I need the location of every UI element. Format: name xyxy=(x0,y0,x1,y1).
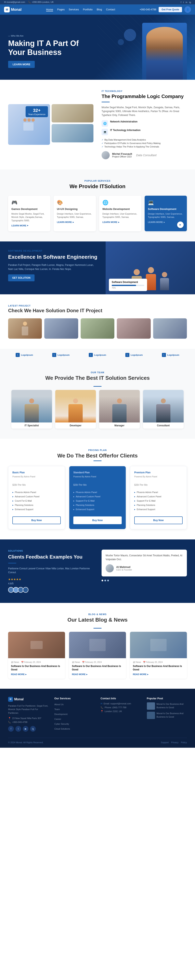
footer-post-2[interactable]: Monal Is Our Business And Business Is Go… xyxy=(147,712,187,719)
hero-circle-small xyxy=(118,39,124,45)
footer-service-4[interactable]: Career xyxy=(54,717,95,721)
footer-post-2-text: Monal Is Our Business And Business Is Go… xyxy=(157,712,187,719)
standard-features: Phoenix Admin Panel Advanced Custom Pane… xyxy=(73,490,122,512)
nav-portfolio[interactable]: Portfolio xyxy=(83,8,93,11)
standard-plan-tag: Powered By Admin Panel xyxy=(73,476,122,478)
contact-button[interactable]: Get Free Quote xyxy=(159,7,182,12)
team-member-2[interactable]: Developer xyxy=(55,390,96,429)
games-learn-more[interactable]: LEARN MORE ▸ xyxy=(11,224,29,227)
project-item-1[interactable] xyxy=(8,318,42,339)
reviewer-avatars xyxy=(8,587,94,593)
testimonial-dot-3[interactable] xyxy=(107,580,109,581)
basic-buy-button[interactable]: Buy Now xyxy=(13,517,61,524)
testimonial-dot-2[interactable] xyxy=(105,580,106,581)
pricing-grid: Basic Plan Powered By Admin Panel $39/ P… xyxy=(8,466,187,529)
twitter-icon[interactable]: t xyxy=(183,1,184,3)
premium-plan-tag: Powered By Admin Panel xyxy=(134,476,182,478)
about-divider xyxy=(101,102,110,102)
project-item-5[interactable] xyxy=(153,318,187,339)
team-member-4[interactable]: Consultant xyxy=(143,390,184,429)
footer-service-6[interactable]: Cloud Solutions xyxy=(54,727,95,730)
excellence-right: Software Development 75% xyxy=(106,242,195,294)
nav-home[interactable]: Home xyxy=(46,8,53,11)
blog-post-1-image xyxy=(8,632,65,658)
project-item-2[interactable] xyxy=(44,318,78,339)
team-member-1[interactable]: IT Specialist xyxy=(11,390,52,429)
projects-title: Check We Have Solution Done IT Project xyxy=(8,308,187,313)
service-card-web[interactable]: 🌐 Website Development Design Interface, … xyxy=(99,196,141,231)
footer-post-1[interactable]: Monal Is Our Business And Business Is Go… xyxy=(147,702,187,710)
software-learn-more[interactable]: LEARN MORE ▸ xyxy=(148,221,165,224)
service-card-software[interactable]: 💻 Software Development Design Interface,… xyxy=(144,196,187,231)
basic-feature-3: Count For E-Mail xyxy=(13,499,61,503)
instagram-icon[interactable]: ig xyxy=(189,1,191,3)
nav-contact[interactable]: Contact xyxy=(106,8,115,11)
blog-post-1[interactable]: 📰 News 📅 February 20, 2024 Software Is O… xyxy=(8,632,65,679)
person1-head xyxy=(134,269,140,275)
footer-service-1[interactable]: About Us xyxy=(54,702,95,706)
footer-twitter-icon[interactable]: t xyxy=(16,726,21,732)
blog-post-2-read-more[interactable]: READ MORE ▸ xyxy=(72,673,123,676)
testimonial-author: Al Mahmud CEO & Founder xyxy=(106,564,183,573)
about-section: 32+ Years Experience IT Technology The P… xyxy=(0,80,195,169)
footer-link-policy[interactable]: Policy xyxy=(181,741,187,744)
pricing-title: We Do The Best Offerfor Clients xyxy=(8,453,187,459)
user-avatar[interactable]: 👤 xyxy=(184,6,191,13)
nav-pages[interactable]: Pages xyxy=(57,8,65,11)
project-item-4[interactable] xyxy=(117,318,151,339)
premium-feature-5: Enhanced Support xyxy=(134,507,182,512)
premium-buy-button[interactable]: Buy Now xyxy=(134,517,182,524)
team-grid: IT Specialist Developer xyxy=(8,390,187,429)
about-images: 32+ Years Experience xyxy=(8,104,94,145)
person2-head xyxy=(148,267,154,273)
nav-blog[interactable]: Blog xyxy=(97,8,102,11)
about-title: The Programmable Logic Company xyxy=(101,94,187,99)
footer-service-5[interactable]: Cyber Security xyxy=(54,722,95,725)
about-features: 🌐 Network Administration 💻 IT Technology… xyxy=(101,120,187,135)
blog-post-1-read-more[interactable]: READ MORE ▸ xyxy=(11,673,62,676)
footer-service-2[interactable]: Team xyxy=(54,707,95,711)
blog-post-3[interactable]: 📰 News 📅 February 20, 2024 Software Is O… xyxy=(130,632,187,679)
blog-post-2[interactable]: 📰 News 📅 February 20, 2024 Software Is O… xyxy=(69,632,126,679)
testimonial-dot-1[interactable] xyxy=(101,580,103,581)
team-member-2-image xyxy=(55,390,96,422)
service-card-games[interactable]: 🎮 Games Development Moshe Segal Moshe, S… xyxy=(8,196,51,231)
premium-feature-1: Phoenix Admin Panel xyxy=(134,490,182,495)
play-button[interactable]: ▶ xyxy=(177,221,184,228)
standard-feature-1: Phoenix Admin Panel xyxy=(73,490,122,495)
progress-bar-fill xyxy=(112,285,136,286)
footer-bottom: © 2024 Monal. All Rights Reserved. Suppo… xyxy=(8,738,187,744)
hero-section: — Who We Are Making IT A Part Of Your Bu… xyxy=(0,14,195,80)
about-tag: IT Technology xyxy=(101,90,187,92)
author-signature: Michel Foucault Project Officer CEO Data… xyxy=(101,151,187,159)
nav-services[interactable]: Services xyxy=(69,8,79,11)
logo-icon: M xyxy=(4,7,10,13)
team-member-4-name: Consultant xyxy=(143,422,184,429)
person-silhouette xyxy=(146,27,183,80)
testimonials-title: Clients Feedback Examples You xyxy=(8,554,94,560)
web-learn-more[interactable]: LEARN MORE ▸ xyxy=(102,221,119,224)
hero-cta-button[interactable]: LEARN MORE xyxy=(8,61,35,68)
uiux-learn-more[interactable]: LEARN MORE ▸ xyxy=(57,221,74,224)
blog-post-2-title: Software Is Our Business And Business Is… xyxy=(72,665,123,671)
standard-plan-price: $39/ Per Mo xyxy=(73,480,122,487)
testimonials-description: Partionne Consul Laravel Consue Vitae Ni… xyxy=(8,567,94,574)
footer-link-support[interactable]: Support xyxy=(161,741,169,744)
footer-service-3[interactable]: Development xyxy=(54,712,95,716)
footer-facebook-icon[interactable]: f xyxy=(8,726,14,732)
footer-instagram-icon[interactable]: ig xyxy=(30,726,36,732)
excellence-cta-button[interactable]: GET SOLUTION xyxy=(8,274,35,281)
blog-post-2-meta: 📰 News 📅 February 20, 2024 xyxy=(72,661,123,663)
standard-buy-button[interactable]: Buy Now xyxy=(73,517,122,524)
footer-youtube-icon[interactable]: ▶ xyxy=(23,726,29,732)
service-card-uiux[interactable]: 🎨 UI-UX Designing Design Interface, User… xyxy=(54,196,96,231)
blog-post-3-read-more[interactable]: READ MORE ▸ xyxy=(133,673,184,676)
project-item-3[interactable] xyxy=(81,318,114,339)
facebook-icon[interactable]: f xyxy=(181,1,181,3)
team-member-3[interactable]: Manager xyxy=(99,390,140,429)
team-section: Our Team We Provide The Best IT Solution… xyxy=(0,361,195,439)
linkedin-icon[interactable]: in xyxy=(185,1,187,3)
footer-link-privacy[interactable]: Privacy xyxy=(171,741,179,744)
excellence-left: Software Development Excellence In Softw… xyxy=(0,242,106,294)
footer-services-list: About Us Team Development Career Cyber S… xyxy=(54,702,95,730)
